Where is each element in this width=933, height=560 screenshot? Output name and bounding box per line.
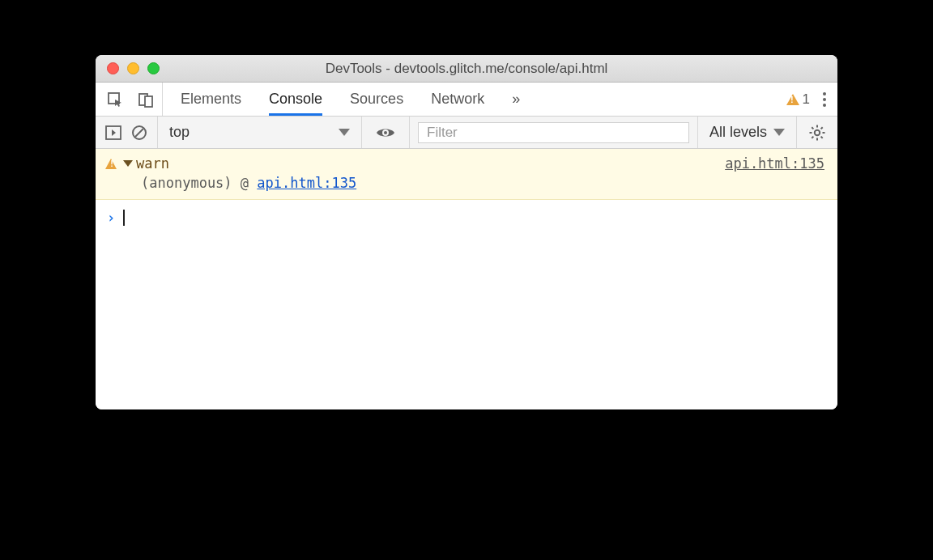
execution-context-label: top [169,124,190,141]
trace-label: (anonymous) @ [141,175,257,191]
console-settings-button[interactable] [797,117,837,148]
traffic-lights [96,62,160,74]
svg-line-15 [812,136,813,138]
stack-trace-line: (anonymous) @ api.html:135 [105,175,824,191]
trace-source-link[interactable]: api.html:135 [257,175,356,191]
disclosure-triangle-icon[interactable] [123,160,133,167]
log-levels-label: All levels [709,124,767,141]
panel-tabs: Elements Console Sources Network » [163,83,778,116]
settings-menu-button[interactable] [823,92,826,107]
warning-count: 1 [803,91,810,108]
window-title: DevTools - devtools.glitch.me/console/ap… [96,61,837,77]
gear-icon [808,124,826,142]
execution-context-select[interactable]: top [158,117,362,148]
console-prompt[interactable]: › [96,200,837,235]
eye-icon [375,125,396,140]
zoom-window-button[interactable] [147,62,160,74]
svg-line-13 [812,127,813,129]
console-messages: warn api.html:135 (anonymous) @ api.html… [96,149,837,409]
warning-icon [786,94,799,105]
log-levels-select[interactable]: All levels [698,117,797,148]
tab-elements[interactable]: Elements [181,83,241,116]
filter-wrap [410,117,698,148]
close-window-button[interactable] [107,62,119,74]
tab-sources[interactable]: Sources [350,83,403,116]
live-expression-button[interactable] [362,117,410,148]
source-link[interactable]: api.html:135 [725,155,824,172]
devtools-tabbar: Elements Console Sources Network » 1 [96,83,837,117]
tab-console[interactable]: Console [269,83,322,116]
console-toolbar-left [96,117,158,148]
tab-network[interactable]: Network [431,83,484,116]
svg-rect-2 [145,96,152,107]
device-toolbar-icon[interactable] [138,91,154,108]
warning-line: warn api.html:135 [105,155,824,172]
console-toolbar: top All levels [96,117,837,149]
text-cursor [123,210,125,226]
chevron-right-icon: › [107,210,115,226]
svg-point-8 [815,129,820,134]
minimize-window-button[interactable] [127,62,139,74]
inspect-element-icon[interactable] [107,91,123,108]
filter-input[interactable] [418,122,689,143]
svg-line-16 [821,127,823,129]
warning-message: warn [136,155,169,172]
svg-point-7 [384,131,387,134]
warnings-indicator[interactable]: 1 [786,91,810,108]
svg-line-14 [821,136,823,138]
titlebar: DevTools - devtools.glitch.me/console/ap… [96,55,837,83]
console-warning-row[interactable]: warn api.html:135 (anonymous) @ api.html… [96,149,837,200]
devtools-window: DevTools - devtools.glitch.me/console/ap… [96,55,837,409]
tabbar-left-tools [96,83,163,116]
svg-line-5 [135,129,143,137]
chevron-double-right-icon: » [512,91,518,108]
more-tabs-button[interactable]: » [512,83,518,116]
chevron-down-icon [339,129,350,136]
show-console-drawer-icon[interactable] [105,125,121,140]
tabbar-right-tools: 1 [778,83,837,116]
warning-icon [105,159,117,169]
chevron-down-icon [773,129,785,136]
clear-console-icon[interactable] [131,125,147,141]
